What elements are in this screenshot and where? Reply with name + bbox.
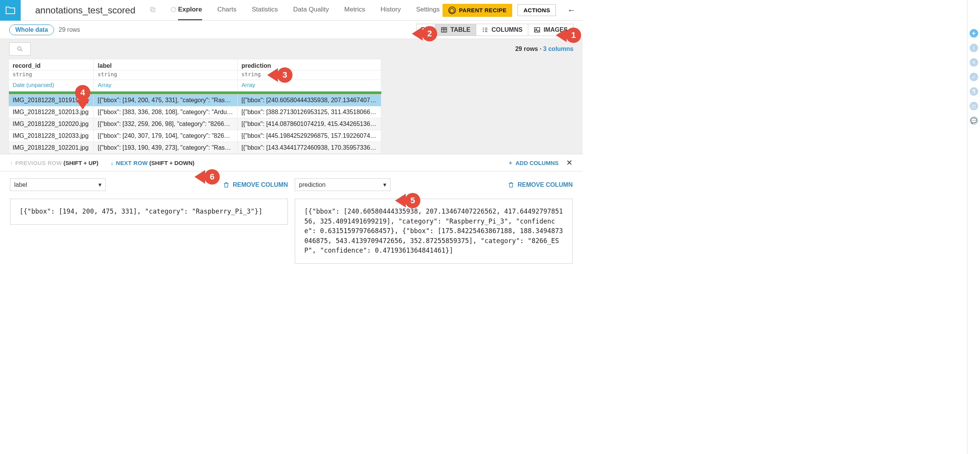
detail-panels: label ▾ REMOVE COLUMN [{"bbox": [194, 20… xyxy=(0,171,583,271)
columns-icon xyxy=(482,26,488,33)
view-table-label: TABLE xyxy=(451,26,470,33)
detail-panel-left: label ▾ REMOVE COLUMN [{"bbox": [194, 20… xyxy=(10,178,288,264)
remove-column-right-button[interactable]: REMOVE COLUMN xyxy=(508,181,573,188)
cell: [{"bbox": [388.27130126953125, 311.43518… xyxy=(237,106,381,118)
svg-rect-3 xyxy=(534,28,540,32)
callout-3: 3 xyxy=(277,67,292,83)
column-type: string xyxy=(237,70,381,80)
arrow-up-icon: ↑ xyxy=(10,160,13,166)
validity-strip xyxy=(9,91,381,95)
view-table-button[interactable]: TABLE xyxy=(435,24,476,36)
svg-rect-0 xyxy=(152,8,155,12)
app-header: annotations_test_scored Explore Charts S… xyxy=(0,0,583,21)
search-input[interactable] xyxy=(9,42,31,56)
images-icon xyxy=(534,26,541,33)
recipe-circle-icon: ◯ xyxy=(448,7,456,14)
copy-icon[interactable] xyxy=(149,6,156,14)
cell: [{"bbox": [383, 336, 208, 108], "categor… xyxy=(94,106,237,118)
rows-columns-summary: 29 rows · 3 columns xyxy=(515,46,573,52)
detail-panel-right: prediction ▾ REMOVE COLUMN [{"bbox": [24… xyxy=(295,178,573,264)
column-type: string xyxy=(9,70,94,80)
tab-statistics[interactable]: Statistics xyxy=(252,0,278,20)
svg-rect-2 xyxy=(441,28,447,32)
cell: [{"bbox": [193, 190, 439, 273], "categor… xyxy=(94,142,237,154)
tab-explore[interactable]: Explore xyxy=(178,0,202,20)
tab-charts[interactable]: Charts xyxy=(217,0,237,20)
column-select-left[interactable]: label ▾ xyxy=(10,178,106,191)
chevron-down-icon: ▾ xyxy=(383,181,386,188)
cell: [{"bbox": [414.0878601074219, 415.434265… xyxy=(237,118,381,130)
table-icon xyxy=(441,26,448,33)
column-select-right[interactable]: prediction ▾ xyxy=(295,178,390,191)
table-row[interactable]: IMG_20181228_102013.jpg [{"bbox": [383, … xyxy=(9,106,381,118)
next-row-label: NEXT ROW xyxy=(116,160,148,166)
table-row[interactable]: IMG_20181228_102033.jpg [{"bbox": [240, … xyxy=(9,130,381,142)
trash-icon xyxy=(223,181,230,188)
column-header-record_id[interactable]: record_id xyxy=(9,59,94,70)
parent-recipe-button[interactable]: ◯ PARENT RECIPE xyxy=(443,4,512,17)
data-table: record_id label prediction string string… xyxy=(8,59,381,154)
dataset-name: annotations_test_scored xyxy=(35,5,136,16)
explore-subheader: Whole data 29 rows DIS TABLE COLUMNS IMA… xyxy=(0,21,583,39)
column-select-value: prediction xyxy=(299,181,325,188)
search-icon xyxy=(16,46,23,52)
actions-button[interactable]: ACTIONS xyxy=(518,4,556,16)
column-meaning[interactable]: Array xyxy=(94,80,237,91)
cell: [{"bbox": [194, 200, 475, 331], "categor… xyxy=(94,95,237,106)
row-detail-nav: ↑ PREVIOUS ROW (SHIFT + UP) ↓ NEXT ROW (… xyxy=(0,154,583,171)
view-switcher: DIS TABLE COLUMNS IMAGES xyxy=(416,24,573,36)
trash-icon xyxy=(508,181,514,188)
previous-row-label: PREVIOUS ROW xyxy=(15,160,62,166)
plus-icon: ＋ xyxy=(508,159,513,167)
folder-icon xyxy=(5,5,16,16)
view-columns-label: COLUMNS xyxy=(492,26,523,33)
filter-bar: 29 rows · 3 columns xyxy=(0,39,583,59)
cell: IMG_20181228_102201.jpg xyxy=(9,142,94,154)
cell: [{"bbox": [445.19842529296875, 157.19226… xyxy=(237,130,381,142)
remove-column-label: REMOVE COLUMN xyxy=(233,181,288,188)
rows-summary: 29 rows xyxy=(515,46,538,52)
cell: [{"bbox": [240, 307, 179, 104], "categor… xyxy=(94,130,237,142)
tab-settings[interactable]: Settings xyxy=(416,0,439,20)
tab-metrics[interactable]: Metrics xyxy=(344,0,365,20)
column-header-label[interactable]: label xyxy=(94,59,237,70)
columns-summary[interactable]: 3 columns xyxy=(543,46,573,52)
cell: [{"bbox": [143.43441772460938, 170.35957… xyxy=(237,142,381,154)
cell: [{"bbox": [332, 259, 206, 98], "category… xyxy=(94,118,237,130)
cell: [{"bbox": [240.60580444335938, 207.13467… xyxy=(237,95,381,106)
previous-row-button: ↑ PREVIOUS ROW xyxy=(10,160,62,166)
dataset-icon[interactable] xyxy=(0,0,21,21)
add-columns-button[interactable]: ＋ ADD COLUMNS xyxy=(508,159,559,167)
back-arrow-icon[interactable]: ← xyxy=(567,5,576,15)
close-detail-button[interactable]: ✕ xyxy=(566,158,573,167)
refresh-icon[interactable] xyxy=(170,6,177,14)
column-select-value: label xyxy=(14,181,27,188)
remove-column-left-button[interactable]: REMOVE COLUMN xyxy=(223,181,288,188)
cell: IMG_20181228_102020.jpg xyxy=(9,118,94,130)
svg-point-5 xyxy=(18,47,21,50)
tab-data-quality[interactable]: Data Quality xyxy=(293,0,329,20)
next-row-shortcut: (SHIFT + DOWN) xyxy=(149,160,194,166)
remove-column-label: REMOVE COLUMN xyxy=(518,181,573,188)
table-row[interactable]: IMG_20181228_102201.jpg [{"bbox": [193, … xyxy=(9,142,381,154)
rows-count: 29 rows xyxy=(59,26,80,33)
cell: IMG_20181228_102033.jpg xyxy=(9,130,94,142)
previous-row-shortcut: (SHIFT + UP) xyxy=(64,160,98,166)
parent-recipe-label: PARENT RECIPE xyxy=(459,7,506,13)
view-columns-button[interactable]: COLUMNS xyxy=(476,24,528,36)
callout-6: 6 xyxy=(204,169,220,185)
table-row[interactable]: IMG_20181228_101915.jpg [{"bbox": [194, … xyxy=(9,95,381,106)
svg-rect-1 xyxy=(150,7,154,11)
callout-2: 2 xyxy=(422,26,437,41)
chevron-down-icon: ▾ xyxy=(98,181,101,188)
callout-1: 1 xyxy=(566,28,581,43)
arrow-down-icon: ↓ xyxy=(111,160,114,166)
whole-data-pill[interactable]: Whole data xyxy=(9,24,54,35)
next-row-button[interactable]: ↓ NEXT ROW xyxy=(111,160,148,166)
add-columns-label: ADD COLUMNS xyxy=(516,160,559,166)
table-row[interactable]: IMG_20181228_102020.jpg [{"bbox": [332, … xyxy=(9,118,381,130)
tab-history[interactable]: History xyxy=(381,0,401,20)
main-tabs: Explore Charts Statistics Data Quality M… xyxy=(178,0,439,20)
column-header-prediction[interactable]: prediction xyxy=(237,59,381,70)
column-meaning[interactable]: Array xyxy=(237,80,381,91)
